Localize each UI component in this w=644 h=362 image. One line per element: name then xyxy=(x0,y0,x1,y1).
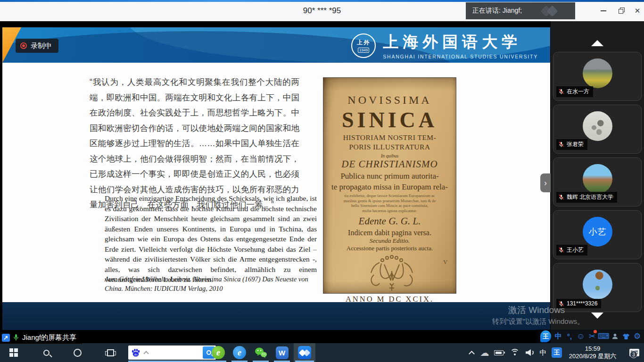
cortana-button[interactable] xyxy=(68,343,87,362)
chinese-quote-paragraph: “我认为，人类最高文化和文明聚集在我们整个大陆的两端，即欧洲和中国。两端在文明和… xyxy=(90,74,299,213)
book-small-line: multa hactenus ignota explicantur. xyxy=(323,208,456,214)
participant-name: 魏晖 北京语言大学 xyxy=(567,193,613,201)
mic-muted-icon xyxy=(558,141,564,148)
taskbar-app-tencent-meeting-active[interactable] xyxy=(294,343,315,362)
onedrive-tray-icon[interactable]: ☁ xyxy=(478,343,492,362)
activate-windows-watermark-line2: 转到“设置”以激活 Windows。 xyxy=(492,317,584,326)
slide-header: 上外 1949 上海外国语大学 SHANGHAI INTERNATIONAL S… xyxy=(2,27,550,63)
participant-tile[interactable]: 张君荣 xyxy=(553,105,642,154)
participant-tile[interactable]: 魏晖 北京语言大学 xyxy=(553,157,642,206)
volume-tray-icon[interactable] xyxy=(523,343,537,362)
participant-name: 131****3326 xyxy=(567,300,597,307)
german-paragraph: Durch eine einzigartige Entscheidung des… xyxy=(105,193,317,285)
ime-chinese-mode-icon[interactable]: 中 xyxy=(554,332,562,341)
book-de-christianismo: DE CHRISTIANISMO xyxy=(323,158,456,170)
speaker-icon xyxy=(526,349,534,356)
participant-name-tag: 在水一方 xyxy=(556,86,593,97)
battery-icon xyxy=(494,350,504,355)
active-speaker-indicator: 正在讲话: Jiangf; xyxy=(466,2,575,19)
titlebar-accent xyxy=(0,0,644,2)
screen-share-icon xyxy=(2,334,10,342)
screen-share-view: 上外 1949 上海外国语大学 SHANGHAI INTERNATIONAL S… xyxy=(0,21,551,343)
participant-name-tag: 王小艺 xyxy=(556,245,587,255)
wifi-tray-icon[interactable] xyxy=(508,343,522,362)
book-accessione: Accessione partis posterioris aucta. xyxy=(323,245,456,252)
baidu-search-box[interactable]: du xyxy=(128,346,216,360)
task-view-button[interactable] xyxy=(101,343,120,362)
taskbar: du e e W xyxy=(0,343,644,362)
meeting-app-logo-icon xyxy=(540,5,562,17)
seal-year: 1949 xyxy=(358,48,369,53)
recording-label: 录制中 xyxy=(31,41,52,50)
scroll-down-arrow[interactable] xyxy=(591,313,603,319)
participant-avatar xyxy=(583,111,612,141)
book-ornament-emblem xyxy=(363,254,416,294)
share-status-text: Jiangf的屏幕共享 xyxy=(22,333,76,342)
participant-tile[interactable]: 131****3326 xyxy=(553,263,642,312)
taskbar-app-wechat[interactable] xyxy=(251,343,270,362)
ime-keyboard-icon[interactable]: ⌨ xyxy=(599,331,608,341)
ime-punctuation-icon[interactable]: °, xyxy=(566,332,574,340)
record-icon xyxy=(20,42,27,49)
university-logo: 上外 1949 上海外国语大学 SHANGHAI INTERNATIONAL S… xyxy=(351,32,538,59)
book-title-line1: NOVISSIMA xyxy=(323,94,456,107)
ime-settings-icon[interactable]: ⚙ xyxy=(633,331,641,341)
action-center-button[interactable]: 3 xyxy=(624,343,644,362)
citation-line: Aus: Gottfried Wilhelm Leibniz. Novissim… xyxy=(105,274,312,293)
panel-collapse-handle[interactable]: › xyxy=(540,173,551,192)
ime-language-indicator[interactable]: 中 xyxy=(537,343,549,362)
green-e-browser-icon: e xyxy=(212,346,225,359)
tray-expand-button[interactable] xyxy=(464,343,479,362)
active-speaker-text: 正在讲话: Jiangf; xyxy=(472,7,522,15)
book-edente: Edente G. G. L. xyxy=(323,215,456,227)
blue-e-browser-icon: e xyxy=(233,346,246,359)
ime-logo-icon[interactable]: 王 xyxy=(540,330,551,342)
svg-text:du: du xyxy=(134,353,138,356)
taskbar-app-wps[interactable]: W xyxy=(272,343,291,362)
book-small-line: moribus gentis & ipsius praesertim Monar… xyxy=(323,198,456,204)
book-secunda: Secunda Editio. xyxy=(323,237,456,245)
taskbar-search-button[interactable] xyxy=(37,343,56,362)
university-seal-icon: 上外 1949 xyxy=(351,33,376,58)
mic-muted-icon xyxy=(558,301,564,307)
participant-tile[interactable]: 小艺 王小艺 xyxy=(553,210,642,259)
close-button[interactable]: ✕ xyxy=(629,0,644,21)
chevron-up-icon[interactable] xyxy=(143,351,149,356)
book-body-line: Publica nunc primum autorita- xyxy=(323,171,456,181)
book-subtitle: PORIS ILLUSTRATURA xyxy=(323,143,456,151)
start-button[interactable] xyxy=(4,343,24,362)
taskbar-app-e-browser-green[interactable]: e xyxy=(209,343,228,362)
ime-skin-icon[interactable] xyxy=(622,333,630,340)
recording-indicator[interactable]: 录制中 xyxy=(16,39,58,53)
participant-name-tag: 张君荣 xyxy=(556,139,587,150)
book-in-quibus: In quibus xyxy=(323,153,456,158)
mic-muted-icon xyxy=(558,194,564,200)
search-icon xyxy=(43,350,50,356)
participant-name-tag: 魏晖 北京语言大学 xyxy=(556,192,617,203)
chevron-up-icon xyxy=(469,351,475,357)
participant-avatar xyxy=(583,164,612,194)
taskbar-app-e-browser-blue[interactable]: e xyxy=(230,343,249,362)
book-title-page-image: NOVISSIMA SINICA HISTORIAM NOSTRI TEM- P… xyxy=(323,77,456,294)
book-small-line: bello Sinensium cum Moscis ac pace const… xyxy=(323,203,456,208)
cortana-icon xyxy=(74,349,82,357)
notification-count-badge: 3 xyxy=(630,351,637,358)
scroll-up-arrow[interactable] xyxy=(591,40,603,46)
book-indicem: Indicem dabit pagina versa. xyxy=(323,229,456,237)
ime-account-icon[interactable] xyxy=(611,333,619,340)
share-status-bar: Jiangf的屏幕共享 xyxy=(0,331,82,344)
ime-screenshot-icon[interactable]: ✂ xyxy=(588,331,596,341)
minimize-button[interactable] xyxy=(595,0,612,21)
participant-name-tag: 131****3326 xyxy=(556,299,601,308)
restore-button[interactable] xyxy=(613,0,630,21)
participant-tile[interactable]: 在水一方 xyxy=(553,52,642,101)
ime-emoji-icon[interactable]: ☺ xyxy=(577,332,585,341)
book-title-line2: SINICA xyxy=(323,107,456,132)
slide-footer-band xyxy=(2,302,550,330)
battery-tray-icon[interactable] xyxy=(492,343,506,362)
wechat-icon xyxy=(254,346,267,359)
ime-tray-icon[interactable]: 王 xyxy=(550,343,563,362)
clock-time: 15:59 xyxy=(585,345,601,353)
book-body-line: te propagato missa in Europam rela- xyxy=(323,182,456,192)
taskbar-clock[interactable]: 15:59 2020/8/29 星期六 xyxy=(565,343,620,362)
